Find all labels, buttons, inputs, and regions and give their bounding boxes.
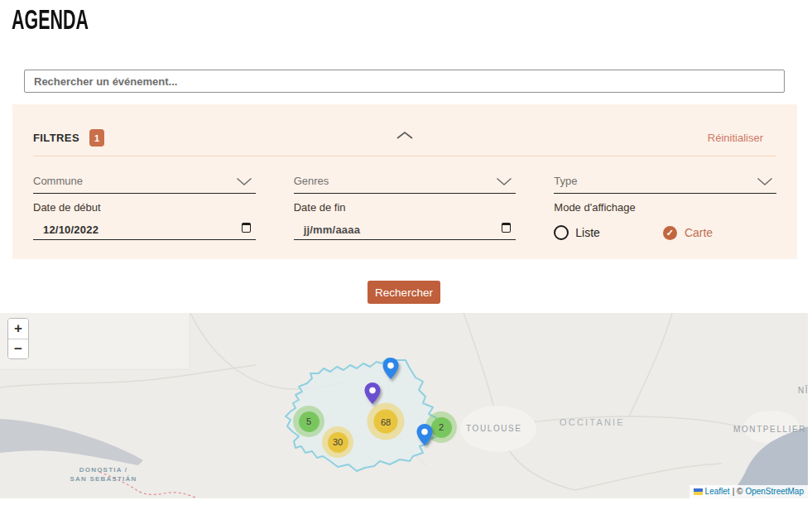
check-icon: ✓ xyxy=(666,228,674,238)
liste-radio-label: Liste xyxy=(575,226,600,239)
commune-select[interactable]: Commune xyxy=(33,172,256,194)
cluster-marker[interactable]: 30 xyxy=(322,426,353,458)
sea-atlantic xyxy=(0,419,143,465)
map-label-montpellier: MONTPELLIER xyxy=(733,425,806,434)
chevron-down-icon xyxy=(757,177,773,186)
app-logo: AGENDA xyxy=(12,5,89,36)
blue-pin-marker[interactable] xyxy=(382,358,399,382)
calendar-icon[interactable] xyxy=(242,223,251,233)
zoom-out-button[interactable]: − xyxy=(8,339,28,358)
filters-panel: FILTRES 1 Réinitialiser Commune Genres xyxy=(12,104,797,259)
cluster-marker[interactable]: 5 xyxy=(293,406,324,437)
carte-radio-checked[interactable]: ✓ xyxy=(663,226,677,240)
map-label-nimes-partial: NÎ xyxy=(798,386,808,395)
agenda-page: AGENDA FILTRES 1 Réinitialiser Commune G… xyxy=(0,0,812,505)
display-mode-options: Liste ✓ Carte xyxy=(554,225,776,240)
chevron-down-icon xyxy=(496,177,512,186)
cluster-count: 5 xyxy=(299,411,320,432)
date-end-input[interactable]: jj/mm/aaaa xyxy=(294,221,517,240)
genres-select[interactable]: Genres xyxy=(294,172,517,194)
filters-header: FILTRES 1 Réinitialiser xyxy=(33,104,776,156)
display-mode-group: Mode d'affichage Liste ✓ Carte xyxy=(554,201,776,240)
zoom-in-button[interactable]: + xyxy=(8,319,28,339)
date-end-placeholder: jj/mm/aaaa xyxy=(304,224,361,236)
date-start-field-group: Date de début 12/10/2022 xyxy=(33,201,256,240)
map[interactable]: TOULOUSE OCCITANIE MONTPELLIER NÎ DONOST… xyxy=(0,313,808,498)
ukraine-flag-icon xyxy=(694,488,703,495)
reset-filters-link[interactable]: Réinitialiser xyxy=(708,132,763,144)
purple-pin-marker[interactable] xyxy=(364,382,381,407)
genres-select-label: Genres xyxy=(294,175,329,187)
cluster-marker[interactable]: 68 xyxy=(368,403,405,440)
carte-radio-label: Carte xyxy=(685,226,713,239)
attribution-separator: | © xyxy=(733,487,743,496)
map-label-donostia-line2: SAN SEBASTIÁN xyxy=(58,474,149,483)
chevron-up-icon xyxy=(396,131,414,140)
openstreetmap-link[interactable]: OpenStreetMap xyxy=(745,487,804,496)
map-attribution: Leaflet | © OpenStreetMap xyxy=(689,485,808,498)
map-label-toulouse: TOULOUSE xyxy=(466,424,522,433)
chevron-down-icon xyxy=(236,177,252,186)
cluster-count: 30 xyxy=(328,432,348,453)
date-start-input[interactable]: 12/10/2022 xyxy=(33,221,256,240)
blue-pin-marker[interactable] xyxy=(416,424,433,449)
calendar-icon[interactable] xyxy=(502,223,511,233)
type-select-label: Type xyxy=(554,175,577,187)
date-end-label: Date de fin xyxy=(294,201,517,214)
filters-select-row: Commune Genres Type xyxy=(33,172,776,194)
map-label-donostia: DONOSTIA / SAN SEBASTIÁN xyxy=(58,465,149,483)
liste-radio[interactable] xyxy=(554,225,569,240)
filters-date-row: Date de début 12/10/2022 Date de fin jj/… xyxy=(33,201,776,240)
commune-select-label: Commune xyxy=(33,175,83,187)
date-start-label: Date de début xyxy=(33,201,256,214)
collapse-filters-button[interactable] xyxy=(396,131,414,140)
cluster-count: 68 xyxy=(374,410,398,434)
type-select[interactable]: Type xyxy=(554,172,776,194)
date-start-value: 12/10/2022 xyxy=(43,224,98,236)
search-button[interactable]: Rechercher xyxy=(368,281,440,304)
filters-title: FILTRES xyxy=(33,132,79,144)
filters-count-badge: 1 xyxy=(89,129,104,147)
leaflet-link[interactable]: Leaflet xyxy=(705,487,730,496)
display-mode-label: Mode d'affichage xyxy=(554,201,776,214)
cluster-count: 2 xyxy=(431,417,452,438)
map-label-occitanie: OCCITANIE xyxy=(560,417,625,427)
search-input[interactable] xyxy=(24,70,785,93)
map-label-donostia-line1: DONOSTIA / xyxy=(58,465,149,474)
date-end-field-group: Date de fin jj/mm/aaaa xyxy=(294,201,517,240)
map-zoom-control: + − xyxy=(7,318,29,359)
